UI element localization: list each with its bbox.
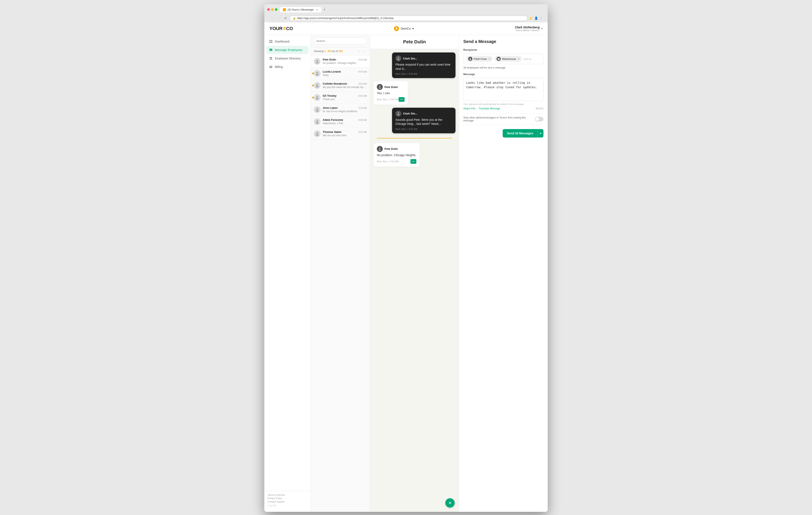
search-input[interactable] <box>313 37 367 45</box>
svg-point-18 <box>398 57 399 59</box>
message-time: Wed, Mar 1, 9:01 AM <box>396 128 417 130</box>
extensions-icon[interactable]: ⭐ <box>529 17 533 20</box>
list-item[interactable]: Collette Novakovic 8:54 AM My pay this w… <box>311 80 370 91</box>
profile-icon[interactable]: 👤 <box>534 17 538 20</box>
forward-button[interactable]: › <box>276 16 281 21</box>
active-tab[interactable]: Y (3) Yourco | Messenger ✕ <box>280 7 321 12</box>
conversation-list: Showing 1 - 50 out of 333 ‹ › <box>311 35 370 512</box>
close-button[interactable] <box>267 8 270 11</box>
url-bar[interactable]: 🔒 https://app.yourco.io/messenger/wYwJp1… <box>290 16 527 21</box>
avatar <box>377 146 383 152</box>
svg-point-1 <box>397 28 398 29</box>
terms-link[interactable]: Terms of Service <box>268 494 307 496</box>
svg-rect-23 <box>498 58 500 60</box>
translate-button[interactable]: Translate Message <box>479 107 500 110</box>
minimize-button[interactable] <box>271 8 273 11</box>
send-dropdown-button[interactable]: ▾ <box>538 129 544 138</box>
message-label: Message <box>463 73 544 76</box>
recipient-tag-field-crew: Field Crew ✕ <box>466 56 493 62</box>
back-button[interactable]: ‹ <box>269 16 274 21</box>
svg-point-11 <box>316 60 318 61</box>
refresh-button[interactable]: ↺ <box>283 16 288 21</box>
dashboard-icon <box>269 39 273 44</box>
svg-point-20 <box>398 112 399 114</box>
avatar <box>314 106 321 113</box>
admin-visibility-toggle[interactable] <box>535 117 544 121</box>
svg-point-17 <box>316 132 318 134</box>
list-item[interactable]: Gil Tinsley 8:52 AM Thank you. <box>311 91 370 104</box>
list-item[interactable]: Pete Dulin 9:02 AM No problem. Chicago H… <box>311 55 370 67</box>
support-link[interactable]: Contact Support <box>268 500 307 503</box>
org-switcher[interactable]: DemCo ▾ <box>392 25 415 32</box>
recipients-placeholder: and to... <box>524 57 533 60</box>
tab-close-button[interactable]: ✕ <box>316 8 318 11</box>
svg-rect-6 <box>269 49 272 51</box>
browser-window: Y (3) Yourco | Messenger ✕ + ‹ › ↺ 🔒 htt… <box>264 4 548 512</box>
maximize-button[interactable] <box>275 8 278 11</box>
avatar <box>314 58 321 65</box>
top-nav: YOUR⚙CO DemCo ▾ Clark Stoltenberg Yourco… <box>264 22 548 35</box>
attach-file-button[interactable]: Attach File <box>463 107 475 110</box>
send-button-row: Send 30 Messages ▾ <box>463 129 544 138</box>
menu-icon[interactable]: ⋮ <box>540 17 543 20</box>
next-page-button[interactable]: › <box>362 49 367 54</box>
unread-dot <box>312 73 314 74</box>
prev-page-button[interactable]: ‹ <box>357 49 361 54</box>
svg-point-19 <box>379 86 381 87</box>
pagination-text: Showing 1 - 50 out of 333 <box>314 50 343 53</box>
conv-preview: We ran out over here <box>323 134 367 137</box>
avatar <box>396 111 401 116</box>
message-textarea[interactable]: Looks like bad weather is rolling in tom… <box>466 81 541 98</box>
toggle-knob <box>535 117 539 121</box>
privacy-link[interactable]: Privacy Policy <box>268 497 307 499</box>
close-fab-button[interactable]: ✕ <box>445 498 455 508</box>
chat-header: Pete Dulin <box>370 35 459 49</box>
browser-chrome: Y (3) Yourco | Messenger ✕ + ‹ › ↺ 🔒 htt… <box>264 4 548 22</box>
list-item[interactable]: Jose Lopez 9:10 AM Si, eso no es ningún … <box>311 104 370 116</box>
svg-point-13 <box>316 84 318 86</box>
svg-rect-9 <box>269 66 272 68</box>
remove-warehouse-button[interactable]: ✕ <box>518 57 520 60</box>
svg-rect-5 <box>271 42 272 43</box>
svg-point-8 <box>271 57 272 58</box>
svg-rect-3 <box>271 40 272 41</box>
org-icon <box>394 26 399 31</box>
content-area: Showing 1 - 50 out of 333 ‹ › <box>311 35 548 512</box>
message-text: Sounds good Pete. Were you at the Chicag… <box>396 118 452 126</box>
recipient-tag-warehouse: Warehouse ✕ <box>494 56 522 62</box>
sidebar-footer: Terms of Service Privacy Policy Contact … <box>264 491 311 509</box>
logo: YOUR⚙CO <box>269 26 293 31</box>
sender-name: Pete Dulin <box>384 147 398 151</box>
avatar <box>396 55 401 61</box>
message-actions-button[interactable]: ••• <box>410 159 416 164</box>
message-employees-label: Message Employees <box>275 48 302 52</box>
conv-name: Thomas Saket <box>323 130 341 134</box>
list-item[interactable]: Thomas Saket 9:07 AM We ran out over her… <box>311 128 370 140</box>
sidebar-item-dashboard[interactable]: Dashboard <box>266 37 309 46</box>
org-name: DemCo <box>401 27 411 30</box>
remove-field-crew-button[interactable]: ✕ <box>489 57 491 60</box>
message-text: Please respond if you can work overt tim… <box>396 63 452 71</box>
sidebar-item-message-employees[interactable]: Message Employees <box>266 46 309 54</box>
send-message-panel: Send a Message Recipients Field Crew ✕ <box>459 35 548 512</box>
employee-directory-label: Employee Directory <box>275 57 301 60</box>
conv-name: Abbie Fensome <box>323 118 343 121</box>
svg-point-14 <box>316 96 318 98</box>
sidebar-item-employee-directory[interactable]: Employee Directory <box>266 54 309 62</box>
sidebar-item-billing[interactable]: Billing <box>266 63 309 71</box>
sender-name: Clark Sto... <box>403 112 417 115</box>
send-messages-button[interactable]: Send 30 Messages <box>503 129 538 138</box>
tab-favicon: Y <box>283 8 286 11</box>
admin-toggle-label: Stop other admins/managers in Yourco fro… <box>463 116 535 122</box>
message-actions-button[interactable]: ••• <box>399 97 405 102</box>
chat-area: Pete Dulin Clark Sto... Please respond <box>370 35 459 512</box>
list-item[interactable]: Abbie Fensome 9:08 AM Attachment: 1 File <box>311 116 370 128</box>
message-toolbar: Attach File • Translate Message 98/320 <box>463 107 544 110</box>
top-nav-right: Clark Stoltenberg Yourco Admin • DemCo ▾ <box>515 26 543 31</box>
list-item[interactable]: Lucila Lorand 8:54 AM Okay. <box>311 67 370 80</box>
message-time: Wed, Mar 1, 9:02 AM <box>377 160 399 163</box>
user-menu-chevron[interactable]: ▾ <box>541 27 543 30</box>
conv-preview: Si, eso no es ningún problema. <box>323 110 367 113</box>
conv-name: Gil Tinsley <box>323 94 337 97</box>
new-tab-button[interactable]: + <box>321 6 327 13</box>
